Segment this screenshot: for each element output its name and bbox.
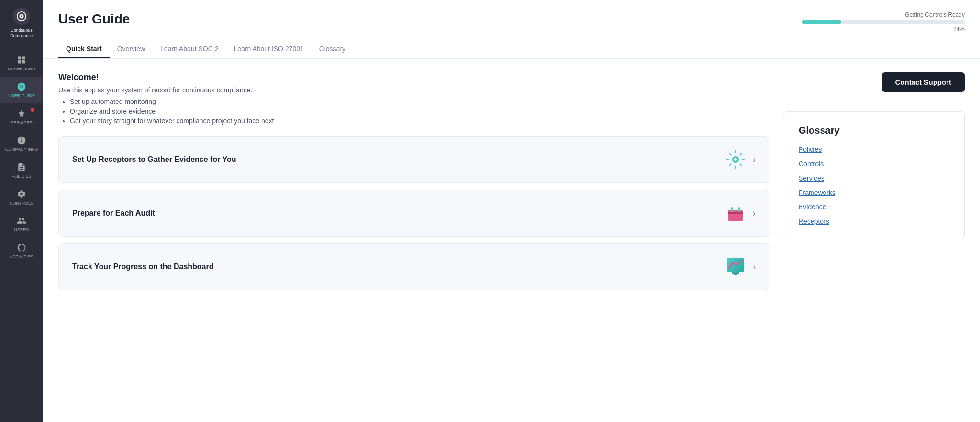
progress-bar-fill [802,20,841,24]
svg-line-14 [740,164,742,166]
welcome-section: Welcome! Use this app as your system of … [58,72,769,125]
svg-line-16 [740,154,742,155]
svg-line-13 [730,154,731,155]
svg-point-8 [734,158,737,161]
action-cards: Set Up Receptors to Gather Evidence for … [58,136,769,297]
action-card-dashboard-right: › [724,255,756,278]
svg-rect-5 [18,60,22,64]
welcome-bullet-2: Organize and store evidence [70,107,769,115]
sidebar-item-controls[interactable]: CONTROLS [0,184,43,210]
progress-section: Getting Controls Ready 24% [802,11,965,33]
svg-rect-20 [738,207,740,212]
welcome-bullet-3: Get your story straight for whatever com… [70,117,769,125]
contact-support-button[interactable]: Contact Support [882,72,965,92]
sidebar-item-activities[interactable]: ACTIVITIES [0,238,43,264]
action-card-audit-right: › [724,202,756,225]
welcome-list: Set up automated monitoring Organize and… [58,98,769,125]
svg-rect-18 [728,212,743,214]
glossary-links: Policies Controls Services Frameworks Ev… [799,146,949,225]
app-logo-icon [13,8,30,25]
progress-label: Getting Controls Ready [905,11,965,18]
sidebar-item-activities-label: ACTIVITIES [10,254,33,259]
action-card-dashboard-title: Track Your Progress on the Dashboard [72,262,214,271]
glossary-link-services[interactable]: Services [799,174,949,182]
chevron-right-icon: › [753,155,756,165]
sidebar-item-controls-label: CONTROLS [10,201,33,205]
glossary-link-controls[interactable]: Controls [799,160,949,168]
tab-overview[interactable]: Overview [110,40,153,58]
sidebar-item-users-label: USERS [14,228,29,232]
tab-learn-soc2[interactable]: Learn About SOC 2 [153,40,226,58]
dashboard-card-icon [724,255,747,278]
svg-rect-23 [732,272,739,274]
chevron-right-icon-3: › [753,262,756,272]
sidebar-item-user-guide-label: USER GUIDE [8,93,35,98]
tab-quick-start[interactable]: Quick Start [58,40,110,58]
svg-rect-6 [22,60,25,64]
welcome-description: Use this app as your system of record fo… [58,86,769,94]
sidebar-item-company-info[interactable]: COMPANY INFO [0,131,43,157]
right-column: Contact Support Glossary Policies Contro… [783,72,965,409]
action-card-receptors-right: › [724,148,756,171]
glossary-title: Glossary [799,125,949,136]
chevron-right-icon-2: › [753,208,756,218]
sidebar-item-services-label: SERVICES [11,120,32,125]
svg-point-2 [21,15,22,17]
svg-rect-17 [728,210,743,221]
action-card-receptors-title: Set Up Receptors to Gather Evidence for … [72,155,236,164]
left-column: Welcome! Use this app as your system of … [58,72,769,409]
page-header: User Guide Getting Controls Ready 24% Qu… [43,0,980,59]
sidebar-nav: DASHBOARD USER GUIDE SERVICES COMPANY IN… [0,46,43,264]
glossary-link-frameworks[interactable]: Frameworks [799,189,949,196]
sidebar: Continuous Compliance DASHBOARD USER GUI… [0,0,43,422]
svg-rect-4 [22,57,25,60]
svg-rect-3 [18,57,22,60]
services-badge [31,108,34,112]
app-name-label: Continuous Compliance [5,28,38,39]
sidebar-item-policies[interactable]: POLICIES [0,158,43,183]
sidebar-item-dashboard-label: DASHBOARD [8,67,35,71]
progress-bar-wrapper [802,20,965,24]
glossary-link-policies[interactable]: Policies [799,146,949,153]
action-card-receptors[interactable]: Set Up Receptors to Gather Evidence for … [58,136,769,183]
sidebar-item-dashboard[interactable]: DASHBOARD [0,50,43,76]
glossary-card: Glossary Policies Controls Services Fram… [783,111,965,239]
content-area: Welcome! Use this app as your system of … [43,59,980,422]
tab-glossary[interactable]: Glossary [312,40,353,58]
tab-learn-iso[interactable]: Learn About ISO 27001 [226,40,311,58]
sidebar-item-user-guide[interactable]: USER GUIDE [0,77,43,103]
action-card-audit-title: Prepare for Each Audit [72,209,155,217]
welcome-title: Welcome! [58,72,769,82]
welcome-bullet-1: Set up automated monitoring [70,98,769,105]
sidebar-item-company-info-label: COMPANY INFO [5,147,38,152]
progress-percent: 24% [953,26,965,33]
glossary-link-receptors[interactable]: Receptors [799,217,949,225]
audit-icon [724,202,747,225]
svg-rect-19 [731,207,733,212]
main-content: User Guide Getting Controls Ready 24% Qu… [43,0,980,422]
contact-support-wrapper: Contact Support [783,72,965,102]
action-card-dashboard[interactable]: Track Your Progress on the Dashboard [58,243,769,290]
svg-rect-24 [734,274,737,275]
sidebar-logo: Continuous Compliance [0,0,43,46]
sidebar-item-users[interactable]: USERS [0,211,43,237]
header-top-row: User Guide Getting Controls Ready 24% [58,11,965,33]
tab-bar: Quick Start Overview Learn About SOC 2 L… [58,40,965,58]
page-title: User Guide [58,11,130,27]
receptors-icon [724,148,747,171]
glossary-link-evidence[interactable]: Evidence [799,203,949,211]
action-card-audit[interactable]: Prepare for Each Audit › [58,190,769,237]
sidebar-item-services[interactable]: SERVICES [0,104,43,130]
svg-line-15 [730,164,731,166]
sidebar-item-policies-label: POLICIES [11,174,32,179]
